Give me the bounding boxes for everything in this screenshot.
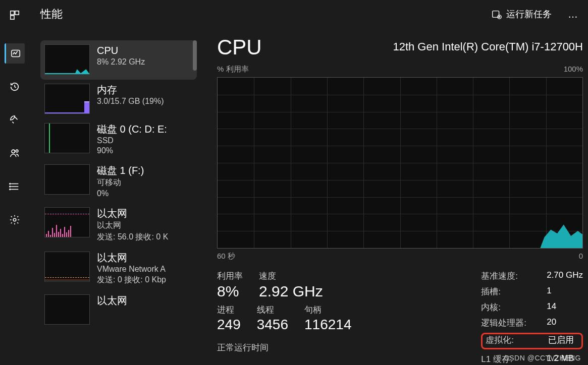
speed-label: 速度 (259, 270, 323, 282)
detail-title: CPU (217, 35, 262, 59)
uptime-label: 正常运行时间 (217, 342, 460, 353)
list-sub: 8% 2.92 GHz (97, 57, 145, 67)
virt-v: 已启用 (548, 334, 576, 346)
list-title: 以太网 (97, 294, 127, 307)
proc-label: 进程 (217, 304, 241, 316)
sidebar-item-ethernet-2[interactable]: 以太网VMware Network A发送: 0 接收: 0 Kbp (40, 248, 197, 290)
scrollbar-thumb[interactable] (193, 40, 197, 71)
thumb-net1 (44, 207, 90, 237)
list-sub: SSD (97, 136, 167, 145)
chart-y-max: 100% (564, 65, 583, 74)
svg-point-8 (10, 189, 11, 190)
svg-point-5 (16, 150, 18, 152)
spec-v: 14 (547, 301, 583, 313)
thumb-disk0 (44, 123, 90, 153)
thread-value: 3456 (257, 317, 288, 333)
svg-rect-0 (11, 11, 14, 15)
util-value: 8% (217, 283, 243, 300)
spec-v: 20 (547, 317, 583, 329)
chart-x-min: 0 (579, 252, 583, 261)
list-sub: 3.0/15.7 GB (19%) (97, 97, 164, 106)
watermark: CSDN @CCTVZHENG (504, 354, 581, 362)
run-new-task-label: 运行新任务 (506, 8, 552, 20)
svg-rect-2 (11, 16, 14, 19)
virtualization-highlight: 虚拟化:已启用 (481, 333, 583, 349)
list-sub2: 发送: 56.0 接收: 0 K (97, 232, 168, 242)
chart-x-max: 60 秒 (217, 252, 235, 261)
svg-point-7 (10, 186, 11, 187)
header: 性能 运行新任务 … (40, 0, 588, 28)
history-icon[interactable] (5, 77, 25, 97)
sidebar-item-cpu[interactable]: CPU8% 2.92 GHz (40, 40, 197, 80)
spec-v: 2.70 GHz (547, 270, 583, 282)
sidebar-item-ethernet-1[interactable]: 以太网以太网发送: 56.0 接收: 0 K (40, 203, 197, 248)
performance-icon[interactable] (5, 43, 25, 64)
virt-k: 虚拟化: (486, 334, 543, 346)
svg-point-6 (10, 184, 11, 185)
svg-point-9 (13, 218, 16, 221)
sidebar-item-ethernet-3[interactable]: 以太网 (40, 290, 197, 330)
sidebar-item-disk0[interactable]: 磁盘 0 (C: D: E:SSD90% (40, 119, 197, 160)
startup-icon[interactable] (5, 110, 25, 130)
handle-label: 句柄 (304, 304, 351, 316)
resource-list: CPU8% 2.92 GHz 内存3.0/15.7 GB (19%) 磁盘 0 … (40, 40, 197, 365)
list-title: 内存 (97, 84, 164, 96)
cpu-model: 12th Gen Intel(R) Core(TM) i7-12700H (393, 40, 583, 53)
cpu-chart[interactable] (217, 77, 583, 249)
users-icon[interactable] (5, 143, 25, 163)
list-title: 以太网 (97, 207, 168, 219)
sidebar-item-memory[interactable]: 内存3.0/15.7 GB (19%) (40, 80, 197, 119)
details-icon[interactable] (5, 176, 25, 197)
svg-point-4 (12, 150, 15, 153)
list-title: 以太网 (97, 252, 166, 264)
spec-k: 逻辑处理器: (481, 317, 542, 329)
settings-icon[interactable] (5, 210, 25, 230)
list-sub2: 90% (97, 146, 167, 155)
list-sub: 以太网 (97, 220, 168, 231)
page-title: 性能 (40, 7, 63, 22)
thread-label: 线程 (257, 304, 288, 316)
list-title: 磁盘 0 (C: D: E: (97, 123, 167, 135)
spec-k: 插槽: (481, 286, 542, 297)
main-pane: CPU 12th Gen Intel(R) Core(TM) i7-12700H… (217, 35, 583, 365)
more-button[interactable]: … (565, 7, 582, 22)
thumb-net3 (44, 294, 90, 325)
list-sub2: 0% (97, 189, 144, 198)
svg-rect-1 (15, 11, 19, 15)
sidebar-item-disk1[interactable]: 磁盘 1 (F:)可移动0% (40, 160, 197, 203)
proc-value: 249 (217, 317, 241, 333)
spec-v: 1 (547, 286, 583, 297)
util-label: 利用率 (217, 270, 243, 282)
chart-area-fill (540, 223, 583, 249)
thumb-disk1 (44, 164, 90, 195)
chart-y-label: % 利用率 (217, 65, 249, 74)
list-sub2: 发送: 0 接收: 0 Kbp (97, 275, 166, 285)
processes-icon[interactable] (5, 5, 25, 25)
thumb-net2 (44, 252, 90, 282)
run-new-task-button[interactable]: 运行新任务 (487, 5, 556, 23)
list-sub: VMware Network A (97, 265, 166, 274)
cpu-spec-table: 基准速度:2.70 GHz 插槽:1 内核:14 逻辑处理器:20 虚拟化:已启… (481, 270, 583, 365)
list-title: CPU (97, 44, 145, 56)
thumb-memory (44, 84, 90, 114)
speed-value: 2.92 GHz (259, 283, 323, 300)
spec-k: 基准速度: (481, 270, 542, 282)
thumb-cpu (44, 44, 90, 75)
list-sub: 可移动 (97, 177, 144, 188)
list-title: 磁盘 1 (F:) (97, 164, 144, 176)
handle-value: 116214 (304, 317, 351, 333)
nav-rail (0, 0, 29, 365)
spec-k: 内核: (481, 301, 542, 313)
